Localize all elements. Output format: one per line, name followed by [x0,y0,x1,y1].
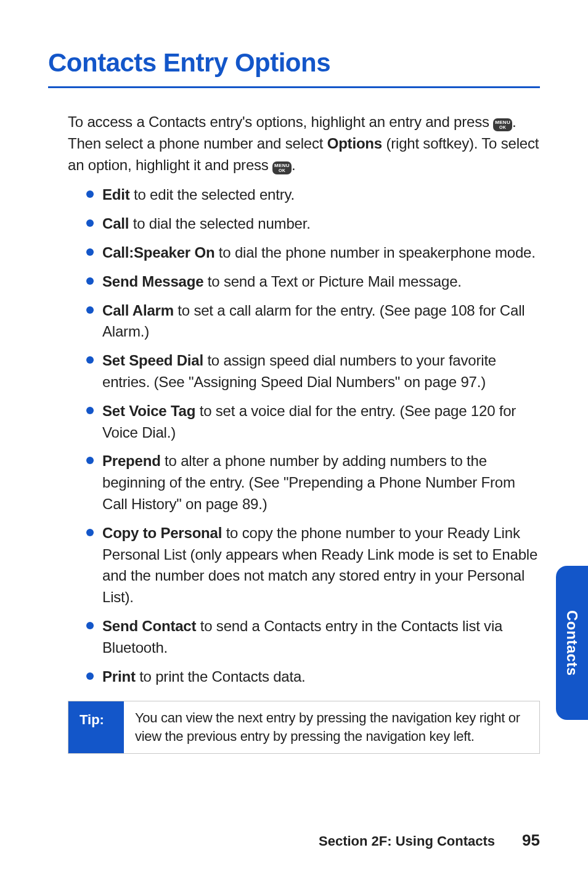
option-label: Call:Speaker On [102,244,214,261]
option-label: Set Speed Dial [102,352,203,369]
side-tab-label: Contacts [563,610,581,676]
page: Contacts Entry Options To access a Conta… [0,0,588,882]
options-list: Edit to edit the selected entry. Call to… [68,184,540,687]
page-title: Contacts Entry Options [48,48,540,88]
option-label: Send Message [102,273,203,290]
list-item: Call Alarm to set a call alarm for the e… [89,300,540,343]
tip-box: Tip: You can view the next entry by pres… [68,701,540,753]
option-label: Set Voice Tag [102,402,195,419]
option-text: to alter a phone number by adding number… [102,452,515,512]
option-text: to send a Text or Picture Mail message. [203,273,461,290]
option-text: to dial the selected number. [129,215,310,232]
list-item: Call to dial the selected number. [89,213,540,235]
list-item: Send Message to send a Text or Picture M… [89,271,540,293]
list-item: Copy to Personal to copy the phone numbe… [89,523,540,608]
option-label: Send Contact [102,618,196,634]
options-label: Options [327,135,382,152]
page-footer: Section 2F: Using Contacts 95 [48,831,540,850]
option-label: Call Alarm [102,302,174,319]
icon-line2: OK [495,125,510,129]
tip-text: You can view the next entry by pressing … [124,701,539,753]
option-label: Prepend [102,452,161,469]
list-item: Print to print the Contacts data. [89,666,540,688]
footer-section: Section 2F: Using Contacts [319,833,495,849]
option-label: Copy to Personal [102,525,222,541]
icon-line1: MENU [495,120,510,125]
list-item: Prepend to alter a phone number by addin… [89,451,540,515]
list-item: Set Voice Tag to set a voice dial for th… [89,401,540,444]
page-number: 95 [522,831,540,850]
option-label: Edit [102,186,130,203]
section-side-tab: Contacts [556,566,588,720]
option-label: Print [102,668,136,685]
icon-line1: MENU [274,163,290,168]
intro-paragraph: To access a Contacts entry's options, hi… [68,112,540,176]
list-item: Edit to edit the selected entry. [89,184,540,206]
list-item: Call:Speaker On to dial the phone number… [89,242,540,264]
option-text: to dial the phone number in speakerphone… [214,244,535,261]
list-item: Send Contact to send a Contacts entry in… [89,616,540,659]
intro-text: To access a Contacts entry's options, hi… [68,113,493,130]
menu-ok-icon: MENUOK [493,118,512,131]
intro-text: . [292,157,295,173]
body-content: To access a Contacts entry's options, hi… [48,112,540,754]
menu-ok-icon: MENUOK [272,161,292,174]
tip-label: Tip: [68,701,124,753]
list-item: Set Speed Dial to assign speed dial numb… [89,350,540,393]
option-text: to print the Contacts data. [136,668,306,685]
icon-line2: OK [274,168,290,173]
option-label: Call [102,215,129,232]
option-text: to edit the selected entry. [130,186,295,203]
